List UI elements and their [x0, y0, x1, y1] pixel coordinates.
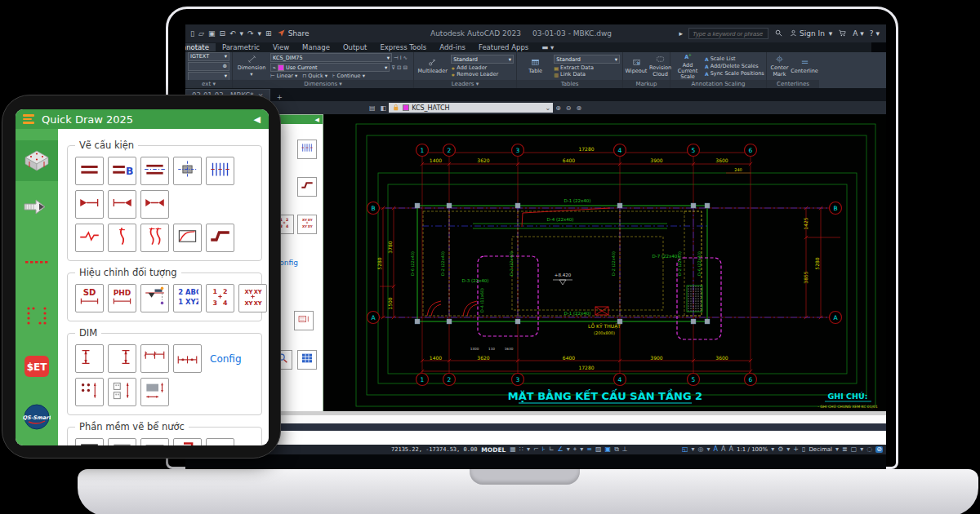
qd-btn-phd-dim[interactable]: PHD — [108, 284, 136, 312]
qd-btn-sd-dim[interactable]: SD — [75, 284, 104, 312]
dim-text-icon[interactable]: I — [400, 55, 402, 61]
collapse-icon[interactable]: ◀ — [254, 114, 261, 125]
leader-style-dropdown[interactable]: Standard▾ — [451, 55, 514, 64]
layer-state-icon[interactable]: ◧ — [381, 104, 387, 112]
ortho-mode-icon[interactable]: ∟ — [549, 446, 555, 453]
layer-match-icon[interactable]: ▤ — [369, 104, 376, 112]
qd-btn-text-abc[interactable]: 2 ABC1 XYZ — [173, 284, 202, 312]
add-current-scale-button[interactable]: A+Add Current Scale — [673, 53, 702, 79]
docked-btn-tank-hatch[interactable] — [294, 311, 314, 330]
gear-caret-icon[interactable]: ▾ — [786, 446, 790, 453]
isolate-objects-icon[interactable]: ◌ — [866, 446, 872, 453]
signin-button[interactable]: Sign In ▾ — [789, 29, 832, 39]
dim-continue[interactable]: ⊦ Continue ▾ — [332, 73, 365, 79]
polar-caret-icon[interactable]: ▾ — [567, 446, 570, 453]
display-icon[interactable]: ▢ — [851, 446, 858, 453]
units-caret-icon[interactable]: ▾ — [835, 446, 839, 453]
centerline-button[interactable]: Centerline — [792, 53, 817, 79]
osnap-caret-icon[interactable]: ▾ — [580, 446, 583, 453]
transparency-icon[interactable]: ▣ — [605, 446, 612, 453]
snap-mode-icon[interactable]: ∷ — [519, 446, 523, 453]
qd-btn-dim-grid[interactable] — [108, 378, 136, 406]
dynamic-input-icon[interactable]: ⊦ — [542, 446, 546, 453]
qd-btn-dim-bottom[interactable] — [173, 344, 202, 373]
sidebar-tool-arrow[interactable] — [16, 189, 58, 230]
dim-center-icon[interactable]: ⊡ — [397, 64, 401, 71]
new-file-icon[interactable]: ▯ — [190, 29, 194, 38]
open-folder-icon[interactable]: ▱ — [198, 29, 204, 38]
tab-view[interactable]: View — [266, 43, 296, 51]
dim-edit-icon[interactable]: ⊟ — [403, 64, 408, 71]
dynamic-ucs-icon[interactable]: ⊥ — [622, 446, 628, 453]
annotation-vis-caret-icon[interactable]: ▾ — [692, 446, 695, 453]
tab-add-ins[interactable]: Add-ins — [433, 43, 472, 51]
command-line[interactable] — [185, 431, 886, 445]
tab-parametric[interactable]: Parametric — [216, 43, 266, 51]
qd-btn-tank-corner[interactable] — [173, 438, 202, 445]
center-mark-button[interactable]: Center Mark — [769, 53, 790, 79]
search-caret-icon[interactable]: ▸ — [679, 29, 684, 38]
annotation-scale-3-icon[interactable]: A — [729, 446, 733, 453]
qd-btn-bar-hook[interactable] — [108, 224, 136, 252]
table-link-data[interactable]: ▥Link Data — [554, 71, 620, 78]
qd-btn-pile-ticks[interactable] — [206, 157, 234, 185]
selection-cycling-icon[interactable]: ⧉ — [614, 446, 619, 453]
layer-dropdown[interactable]: KCS_HATCH ⌄ — [389, 103, 553, 113]
text-style-dropdown[interactable]: IGTEXT▾ — [188, 52, 229, 61]
help-icon[interactable]: ? ▾ — [870, 29, 880, 38]
grid-display-icon[interactable]: ▦ — [510, 446, 516, 453]
annotation-scale-2-icon[interactable]: A — [721, 446, 725, 453]
units-label[interactable]: Decimal — [808, 446, 832, 453]
layer-freeze-icon[interactable]: ⊛ — [577, 104, 582, 112]
annoscale-sync-scale-positions[interactable]: ASync Scale Positions — [705, 70, 764, 77]
qd-btn-break-zigzag[interactable] — [75, 224, 104, 252]
table-extract-data[interactable]: ▤Extract Data — [554, 64, 620, 71]
search-icon[interactable] — [774, 29, 783, 39]
docked-btn-bar-step[interactable] — [297, 177, 317, 197]
model-space-button[interactable]: MODEL — [481, 446, 506, 454]
qd-btn-level-mark[interactable] — [140, 284, 169, 312]
undo-icon[interactable]: ↶ — [229, 29, 236, 38]
docked-btn-table-grid[interactable] — [297, 350, 317, 370]
multileader-button[interactable]: Multileader — [416, 53, 448, 79]
search-input[interactable] — [688, 28, 768, 39]
dim-layer-dropdown[interactable]: ⌁Use Current▾ — [270, 63, 390, 72]
qd-btn-renumber[interactable]: 1234 — [206, 284, 234, 312]
qd-btn-beam-2bars[interactable] — [75, 157, 104, 185]
osnap-tracking-icon[interactable]: ⌖ — [573, 446, 577, 453]
redo-icon[interactable]: ↷ — [247, 29, 254, 38]
object-snap-icon[interactable]: ≡ — [586, 446, 592, 453]
revision-cloud-button[interactable]: Revision Cloud — [649, 53, 671, 79]
qd-btn-bar-hook-2[interactable] — [140, 224, 169, 252]
wipeout-button[interactable]: Wipeout — [626, 53, 647, 79]
qd-btn-dim-dots[interactable] — [75, 378, 104, 406]
autoscale-icon[interactable]: ◎ — [698, 446, 704, 453]
leader-remove-leader[interactable]: ∗Remove Leader — [451, 71, 514, 78]
qd-btn-dim-right[interactable] — [108, 344, 136, 373]
text-scale-dropdown[interactable]: ▾ — [188, 72, 229, 81]
menu-icon[interactable] — [23, 114, 34, 124]
annotation-scale-icon[interactable]: A — [714, 446, 718, 453]
qd-btn-tank-split[interactable] — [140, 438, 169, 445]
qd-btn-coord-xy[interactable]: XYXYXYXY — [238, 284, 267, 312]
dim-break-icon[interactable]: ⊣ — [394, 55, 399, 61]
polar-tracking-icon[interactable]: ∠ — [558, 446, 564, 453]
units-icon[interactable]: ▯ — [802, 446, 805, 453]
sidebar-tool-structure[interactable] — [16, 140, 58, 181]
viewport-scale-label[interactable]: 1:1 / 100% — [737, 446, 768, 453]
annoscale-scale-list[interactable]: AScale List — [705, 55, 764, 62]
qd-btn-bar-step[interactable] — [206, 224, 234, 252]
layer-isolate-icon[interactable]: ⊕ — [555, 104, 561, 112]
scale-caret-icon[interactable]: ▾ — [771, 446, 774, 453]
infer-constraints-icon[interactable]: ⌐ — [533, 446, 539, 453]
qd-btn-span-both[interactable] — [140, 190, 169, 219]
workspace-icon[interactable]: ⊞ — [265, 29, 272, 38]
dim-jog-icon[interactable]: ∿ — [403, 55, 408, 61]
table-style-dropdown[interactable]: Standard▾ — [554, 55, 620, 64]
sidebar-tool-qs-smart[interactable]: QS-Smart — [16, 398, 58, 439]
dim-style-dropdown[interactable]: KCS_DIM75▾ — [270, 53, 392, 62]
dim-quick[interactable]: ⊓ Quick ▾ — [302, 73, 327, 79]
qd-btn-dim-top[interactable] — [140, 344, 169, 373]
qd-btn-dim-slab[interactable] — [140, 378, 169, 406]
new-tab-button[interactable]: + — [277, 93, 283, 101]
